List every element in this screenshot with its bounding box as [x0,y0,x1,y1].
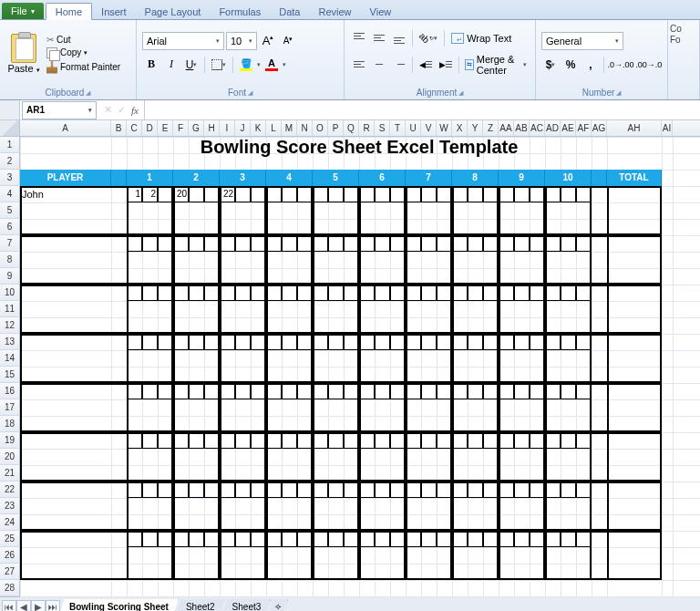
copy-button[interactable]: Copy ▾ [44,47,123,59]
fx-icon[interactable]: fx [131,105,139,116]
col-header-AI[interactable]: AI [662,120,673,136]
row-header-25[interactable]: 25 [0,531,20,547]
sheet-prev-icon[interactable]: ◀ [16,600,31,612]
col-header-T[interactable]: T [390,120,406,136]
accounting-button[interactable]: $ ▾ [541,56,560,74]
col-header-AB[interactable]: AB [514,120,530,136]
row-header-12[interactable]: 12 [0,317,20,334]
col-header-S[interactable]: S [375,120,390,136]
paste-button[interactable]: Paste ▾ [5,34,42,74]
row-header-10[interactable]: 10 [0,285,20,301]
col-header-M[interactable]: M [282,120,297,136]
row-header-11[interactable]: 11 [0,301,20,317]
align-bottom-button[interactable] [390,29,408,47]
shrink-font-button[interactable]: A▾ [279,32,297,50]
col-header-V[interactable]: V [421,120,437,136]
bold-button[interactable]: B [142,56,160,74]
col-header-AE[interactable]: AE [561,120,576,136]
increase-indent-button[interactable]: ▶ [437,56,455,74]
row-header-8[interactable]: 8 [0,252,20,268]
col-header-B[interactable]: B [111,120,127,136]
decrease-decimal-button[interactable]: .00→.0 [635,56,662,74]
tab-page-layout[interactable]: Page Layout [136,4,211,19]
row-header-28[interactable]: 28 [0,580,20,596]
col-header-Y[interactable]: Y [468,120,483,136]
row-header-20[interactable]: 20 [0,449,20,465]
grow-font-button[interactable]: A▴ [259,32,277,50]
col-header-AC[interactable]: AC [530,120,545,136]
sheet-tab-active[interactable]: Bowling Scoring Sheet [59,599,179,612]
wrap-text-button[interactable]: ↵Wrap Text [448,32,514,45]
col-header-W[interactable]: W [437,120,452,136]
number-launcher-icon[interactable]: ◢ [616,89,621,97]
font-color-button[interactable]: A [262,56,281,74]
col-header-X[interactable]: X [452,120,468,136]
col-header-F[interactable]: F [173,120,189,136]
col-header-D[interactable]: D [142,120,158,136]
col-header-G[interactable]: G [189,120,204,136]
number-format-select[interactable]: General▾ [541,32,623,50]
increase-decimal-button[interactable]: .0→.00 [608,56,634,74]
row-header-22[interactable]: 22 [0,482,20,498]
row-header-5[interactable]: 5 [0,202,20,219]
col-header-A[interactable]: A [20,120,111,136]
col-header-U[interactable]: U [406,120,421,136]
col-header-AG[interactable]: AG [592,120,607,136]
row-header-15[interactable]: 15 [0,367,20,383]
col-header-N[interactable]: N [297,120,313,136]
col-header-AF[interactable]: AF [576,120,592,136]
align-top-button[interactable] [350,29,368,47]
tab-home[interactable]: Home [46,3,92,20]
sheet-next-icon[interactable]: ▶ [31,600,46,612]
row-header-7[interactable]: 7 [0,235,20,252]
col-header-AD[interactable]: AD [545,120,561,136]
row-header-14[interactable]: 14 [0,350,20,367]
tab-view[interactable]: View [361,4,401,19]
row-header-6[interactable]: 6 [0,219,20,235]
row-header-4[interactable]: 4 [0,186,20,202]
row-header-13[interactable]: 13 [0,334,20,350]
underline-button[interactable]: U ▾ [182,56,201,74]
col-header-O[interactable]: O [313,120,328,136]
cancel-icon[interactable]: ✕ [104,104,112,116]
sheet-tab-2[interactable]: Sheet2 [176,599,225,612]
italic-button[interactable]: I [162,56,180,74]
align-left-button[interactable] [350,56,368,74]
tab-review[interactable]: Review [309,4,360,19]
align-middle-button[interactable] [370,29,388,47]
col-header-Z[interactable]: Z [483,120,499,136]
col-header-H[interactable]: H [204,120,220,136]
row-header-24[interactable]: 24 [0,514,20,531]
row-header-17[interactable]: 17 [0,399,20,416]
file-tab[interactable]: File [2,3,44,19]
sheet-last-icon[interactable]: ⏭ [46,600,60,612]
col-header-J[interactable]: J [235,120,251,136]
percent-button[interactable]: % [561,56,580,74]
col-header-R[interactable]: R [359,120,375,136]
new-sheet-button[interactable]: ✧ [268,599,288,612]
col-header-AA[interactable]: AA [499,120,514,136]
row-header-16[interactable]: 16 [0,383,20,399]
align-right-button[interactable] [390,56,408,74]
tab-data[interactable]: Data [270,4,309,19]
font-size-select[interactable]: 10▾ [226,32,257,50]
tab-insert[interactable]: Insert [92,4,136,19]
row-header-26[interactable]: 26 [0,547,20,564]
font-name-select[interactable]: Arial▾ [142,32,224,50]
tab-formulas[interactable]: Formulas [210,4,270,19]
comma-button[interactable]: , [582,56,600,74]
formula-input[interactable] [144,100,700,119]
clipboard-launcher-icon[interactable]: ◢ [86,89,90,97]
row-header-23[interactable]: 23 [0,498,20,514]
orientation-button[interactable]: ab↻ ▾ [417,29,440,47]
col-header-E[interactable]: E [158,120,173,136]
col-header-K[interactable]: K [251,120,266,136]
merge-center-button[interactable]: ⇆Merge & Center ▾ [462,53,530,77]
decrease-indent-button[interactable]: ◀ [417,56,435,74]
align-center-button[interactable] [370,56,388,74]
row-header-2[interactable]: 2 [0,153,20,170]
col-header-C[interactable]: C [127,120,142,136]
name-box[interactable]: AR1▾ [22,101,97,119]
spreadsheet-grid[interactable]: Bowling Score Sheet Excel TemplatePLAYER… [20,137,700,596]
row-header-21[interactable]: 21 [0,465,20,482]
